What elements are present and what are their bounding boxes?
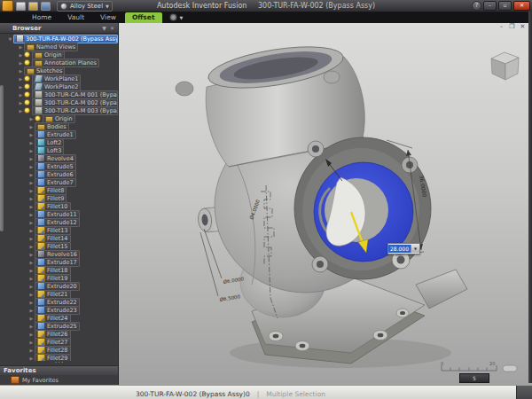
tab-home[interactable]: Home bbox=[25, 12, 59, 23]
material-dropdown[interactable]: Alloy Steel ▼ bbox=[57, 1, 113, 12]
expand-icon[interactable]: ▶ bbox=[18, 44, 24, 50]
tree-item-annotation-planes[interactable]: ▶Annotation Planes bbox=[0, 59, 118, 66]
tree-item-fillet21[interactable]: ▶Fillet21 bbox=[0, 290, 118, 298]
expand-icon[interactable]: ▶ bbox=[28, 236, 35, 241]
tree-item-fillet13[interactable]: ▶Fillet13 bbox=[0, 226, 118, 234]
dimension-edit-dropdown-icon[interactable]: ▼ bbox=[411, 245, 419, 253]
expand-icon[interactable]: ▶ bbox=[28, 188, 35, 193]
expand-icon[interactable]: ▶ bbox=[28, 316, 35, 321]
visibility-bulb-icon[interactable] bbox=[24, 91, 30, 98]
tree-item-fillet10[interactable]: ▶Fillet10 bbox=[0, 202, 118, 210]
tree-item-300-tur-ca-m-003-bypass-valve-rh-mech1-[interactable]: ▶300-TUR-CA-M 003 (Bypass Valve RH Mech1… bbox=[0, 106, 118, 114]
expand-icon[interactable]: ▼ bbox=[7, 36, 13, 42]
expand-icon[interactable]: ▶ bbox=[28, 196, 35, 201]
open-file-icon[interactable] bbox=[28, 2, 38, 11]
tree-item-extrude7[interactable]: ▶Extrude7 bbox=[0, 178, 118, 186]
scale-pill-button[interactable] bbox=[503, 365, 517, 372]
expand-icon[interactable]: ▶ bbox=[28, 356, 35, 361]
expand-icon[interactable]: ▶ bbox=[28, 332, 35, 337]
expand-icon[interactable]: ▶ bbox=[28, 140, 35, 145]
tree-item-extrude6[interactable]: ▶Extrude6 bbox=[0, 170, 118, 178]
close-button[interactable]: ✕ bbox=[513, 1, 530, 11]
expand-icon[interactable]: ▶ bbox=[18, 68, 24, 74]
help-button[interactable]: ? bbox=[472, 1, 481, 11]
expand-icon[interactable]: ▶ bbox=[28, 276, 35, 281]
expand-icon[interactable]: ▶ bbox=[28, 164, 35, 169]
expand-icon[interactable]: ▶ bbox=[28, 116, 35, 121]
tree-item-origin[interactable]: ▶Origin bbox=[0, 114, 118, 122]
expand-icon[interactable]: ▶ bbox=[18, 100, 24, 106]
tree-item-fillet24[interactable]: ▶Fillet24 bbox=[0, 314, 118, 322]
tree-item-fillet15[interactable]: ▶Fillet15 bbox=[0, 242, 118, 250]
browser-scrollbar[interactable] bbox=[0, 85, 4, 231]
expand-icon[interactable]: ▶ bbox=[28, 348, 35, 353]
tree-item-workplane1[interactable]: ▶WorkPlane1 bbox=[0, 74, 118, 82]
expand-icon[interactable]: ▶ bbox=[28, 260, 35, 265]
save-icon[interactable] bbox=[41, 2, 51, 11]
dimension-edit-box[interactable]: 28.000 ▼ bbox=[387, 243, 420, 254]
expand-icon[interactable]: ▶ bbox=[28, 172, 35, 177]
tree-item-workplane2[interactable]: ▶WorkPlane2 bbox=[0, 82, 118, 90]
minimize-button[interactable]: – bbox=[483, 1, 497, 11]
tree-item-fillet26[interactable]: ▶Fillet26 bbox=[0, 330, 118, 338]
expand-icon[interactable]: ▶ bbox=[28, 308, 35, 313]
expand-icon[interactable]: ▶ bbox=[28, 228, 35, 233]
tree-item-fillet14[interactable]: ▶Fillet14 bbox=[0, 234, 118, 242]
tree-item-fillet8[interactable]: ▶Fillet8 bbox=[0, 186, 118, 194]
tree-item-fillet18[interactable]: ▶Fillet18 bbox=[0, 266, 118, 274]
visibility-bulb-icon[interactable] bbox=[35, 115, 41, 121]
ribbon-overflow[interactable]: ▼ bbox=[169, 13, 184, 23]
tree-item-extrude5[interactable]: ▶Extrude5 bbox=[0, 162, 118, 170]
tree-item-300-tur-ca-m-001-bypass-point-mech1-[interactable]: ▶300-TUR-CA-M 001 (Bypass Point Mech1) bbox=[0, 90, 118, 98]
expand-icon[interactable]: ▶ bbox=[18, 108, 24, 113]
tree-item-fillet27[interactable]: ▶Fillet27 bbox=[0, 338, 118, 346]
expand-icon[interactable]: ▶ bbox=[28, 324, 35, 329]
tree-item-extrude17[interactable]: ▶Extrude17 bbox=[0, 258, 118, 266]
expand-icon[interactable]: ▶ bbox=[28, 292, 35, 297]
tree-item-sketches[interactable]: ▶Sketches bbox=[0, 66, 118, 74]
tree-item-extrude25[interactable]: ▶Extrude25 bbox=[0, 322, 118, 330]
tab-vault[interactable]: Vault bbox=[60, 12, 91, 23]
tree-item-origin[interactable]: ▶Origin bbox=[0, 51, 118, 59]
expand-icon[interactable]: ▶ bbox=[28, 244, 35, 249]
bolt-lug-right[interactable] bbox=[324, 71, 340, 83]
expand-icon[interactable]: ▶ bbox=[28, 124, 35, 129]
tree-item-root[interactable]: ▼ 300-TUR-FA-W-002 (Bypass Assy) bbox=[0, 35, 118, 43]
tab-offset[interactable]: Offset bbox=[125, 12, 162, 23]
view-cube[interactable] bbox=[486, 46, 523, 85]
tree-item-loft2[interactable]: ▶Loft2 bbox=[0, 138, 118, 146]
dimension-d65-label[interactable]: Ø6.5000 bbox=[219, 293, 241, 302]
new-file-icon[interactable] bbox=[16, 2, 26, 11]
filter-icon[interactable]: ▼ bbox=[102, 25, 106, 31]
doc-minimize-icon[interactable]: – bbox=[497, 24, 505, 30]
expand-icon[interactable]: ▶ bbox=[18, 92, 24, 98]
expand-icon[interactable]: ▶ bbox=[28, 132, 35, 137]
tree-item-revolve16[interactable]: ▶Revolve16 bbox=[0, 250, 118, 258]
tree-item-named-views[interactable]: ▶Named Views bbox=[0, 43, 118, 51]
tree-item-extrude1[interactable]: ▶Extrude1 bbox=[0, 130, 118, 138]
expand-icon[interactable]: ▶ bbox=[28, 268, 35, 273]
visibility-bulb-icon[interactable] bbox=[24, 75, 30, 82]
tree-item-fillet9[interactable]: ▶Fillet9 bbox=[0, 194, 118, 202]
tab-view[interactable]: View bbox=[93, 12, 123, 23]
doc-close-icon[interactable]: ✕ bbox=[519, 24, 527, 30]
expand-icon[interactable]: ▶ bbox=[18, 52, 24, 58]
tree-item-extrude11[interactable]: ▶Extrude11 bbox=[0, 210, 118, 218]
expand-icon[interactable]: ▶ bbox=[28, 340, 35, 345]
bolt-lug-left[interactable] bbox=[176, 82, 193, 96]
tree-item-bodies[interactable]: ▶Bodies bbox=[0, 122, 118, 130]
favorites-item[interactable]: My Favorites bbox=[0, 375, 118, 385]
tree-item-fillet28[interactable]: ▶Fillet28 bbox=[0, 346, 118, 354]
base-right-foot[interactable] bbox=[416, 270, 467, 309]
visibility-bulb-icon[interactable] bbox=[24, 107, 30, 113]
visibility-bulb-icon[interactable] bbox=[24, 59, 30, 66]
maximize-button[interactable]: ▫ bbox=[498, 1, 512, 11]
expand-icon[interactable]: ▶ bbox=[28, 204, 35, 209]
expand-icon[interactable]: ▶ bbox=[28, 156, 35, 161]
expand-icon[interactable]: ▶ bbox=[28, 284, 35, 289]
tree-item-extrude23[interactable]: ▶Extrude23 bbox=[0, 306, 118, 314]
expand-icon[interactable]: ▶ bbox=[28, 180, 35, 185]
tree-item-300-tur-ca-m-002-bypass-valve-lh-mech1-[interactable]: ▶300-TUR-CA-M 002 (Bypass Valve LH Mech1… bbox=[0, 98, 118, 106]
tree-item-extrude22[interactable]: ▶Extrude22 bbox=[0, 298, 118, 306]
tree-item-revolve4[interactable]: ▶Revolve4 bbox=[0, 154, 118, 162]
